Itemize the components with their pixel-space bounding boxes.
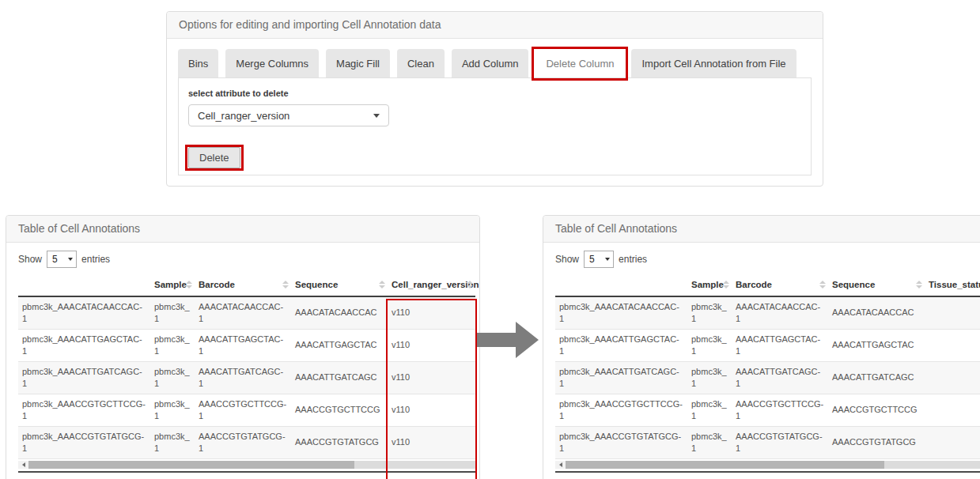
show-label: Show [18,254,42,265]
table-cell: AAACCGTGTATGCG-1 [732,426,828,458]
attribute-select[interactable]: Cell_ranger_version [188,104,389,126]
table-cell: pbmc3k_AAACCGTGTATGCG-1 [18,426,150,458]
table-cell: pbmc3k_1 [150,394,195,426]
table-cell: AAACCGTGTATGCG [828,426,925,458]
table-cell: pbmc3k_1 [687,394,732,426]
table-cell: pbmc3k_1 [687,361,732,394]
table-cell: AAACATACAACCAC [291,296,388,329]
sort-icon [819,281,826,289]
table-rows: pbmc3k_AAACATACAACCAC-1pbmc3k_1AAACATACA… [555,296,980,458]
header-sequence[interactable]: Sequence [291,273,388,296]
scrollbar-thumb[interactable] [566,461,884,469]
sort-icon [379,281,385,289]
table-cell [925,394,980,426]
table-cell: AAACCGTGCTTCCG-1 [732,394,828,426]
entries-label: entries [619,254,647,265]
table-cell: pbmc3k_1 [150,296,195,329]
header-label: Sequence [832,280,875,289]
table-rows: pbmc3k_AAACATACAACCAC-1pbmc3k_1AAACATACA… [18,296,475,458]
table-cell: pbmc3k_1 [687,296,732,329]
tab-delete-column[interactable]: Delete Column [535,49,624,77]
table-cell: AAACCGTGTATGCG-1 [195,426,291,458]
table-cell: AAACCGTGTATGCG [291,426,388,458]
cell-annotations-panel-after: Table of Cell Annotations Show 5 entries… [543,215,980,479]
table-row: pbmc3k_AAACATACAACCAC-1pbmc3k_1AAACATACA… [18,296,475,329]
table-header: Sample Barcode Sequence Cell_ranger_vers… [18,273,475,296]
scroll-left-button[interactable] [18,461,28,469]
header-sample[interactable]: Sample [687,273,732,296]
tab-merge-columns[interactable]: Merge Columns [225,49,319,77]
tab-bins[interactable]: Bins [178,49,218,77]
table-cell: pbmc3k_AAACCGTGCTTCCG-1 [555,394,687,426]
delete-column-tab-panel: select attribute to delete Cell_ranger_v… [178,77,812,175]
table-cell: pbmc3k_AAACATTGAGCTAC-1 [555,329,687,361]
table-cell: pbmc3k_AAACATACAACCAC-1 [18,296,150,329]
scroll-left-button[interactable] [555,461,566,469]
cell-annotations-table: Sample Barcode Sequence Tissue_status pb… [555,273,980,459]
horizontal-scrollbar[interactable] [555,461,980,469]
table-panel-body: Show 5 entries Sample Barcode Sequenc [6,243,479,473]
table-cell: pbmc3k_AAACATTGAGCTAC-1 [18,329,150,361]
transform-arrow-icon [475,319,541,360]
table-row: pbmc3k_AAACCGTGCTTCCG-1pbmc3k_1AAACCGTGC… [18,394,475,426]
tab-magic-fill[interactable]: Magic Fill [326,49,390,77]
scroll-left-icon [559,462,562,467]
cell-annotations-table: Sample Barcode Sequence Cell_ranger_vers… [18,273,475,459]
table-cell: pbmc3k_AAACATACAACCAC-1 [555,296,687,329]
header-label: Sample [154,280,187,289]
tab-bar: Bins Merge Columns Magic Fill Clean Add … [178,49,812,77]
options-panel: Options for editing and importing Cell A… [166,11,823,187]
tab-import-cell-annotation[interactable]: Import Cell Annotation from File [631,49,796,77]
table-cell: AAACATTGATCAGC [828,361,925,394]
table-cell [925,426,980,458]
table-cell: AAACCGTGCTTCCG-1 [195,394,291,426]
header-barcode[interactable]: Barcode [732,273,828,296]
table-header-row: Sample Barcode Sequence Tissue_status [555,273,980,296]
options-panel-body: Bins Merge Columns Magic Fill Clean Add … [167,39,823,175]
tab-add-column[interactable]: Add Column [452,49,529,77]
header-sample[interactable]: Sample [150,273,195,296]
table-row: pbmc3k_AAACATTGATCAGC-1pbmc3k_1AAACATTGA… [18,361,475,394]
table-cell: pbmc3k_1 [150,361,195,394]
table-cell: v110 [388,361,475,394]
table-panel-body: Show 5 entries Sample Barcode Sequenc [543,243,980,473]
table-cell: v110 [388,296,475,329]
sort-icon [916,281,922,289]
table-cell: pbmc3k_AAACCGTGTATGCG-1 [555,426,687,458]
header-barcode[interactable]: Barcode [195,273,291,296]
table-panel-title: Table of Cell Annotations [543,216,980,243]
tab-clean[interactable]: Clean [397,49,445,77]
horizontal-scrollbar[interactable] [18,461,475,469]
table-cell: pbmc3k_AAACATTGATCAGC-1 [18,361,150,394]
header-rownames[interactable] [18,273,150,296]
tab-label: Clean [407,58,434,70]
header-label: Cell_ranger_version [392,280,479,289]
table-row: pbmc3k_AAACATTGAGCTAC-1pbmc3k_1AAACATTGA… [18,329,475,361]
table-row: pbmc3k_AAACCGTGTATGCG-1pbmc3k_1AAACCGTGT… [18,426,475,458]
entries-label: entries [81,254,110,265]
table-cell [925,329,980,361]
header-sequence[interactable]: Sequence [828,273,925,296]
table-cell: AAACATTGAGCTAC-1 [195,329,291,361]
page-length-select[interactable]: 5 [584,251,614,268]
table-header-row: Sample Barcode Sequence Cell_ranger_vers… [18,273,475,296]
page-length-value: 5 [589,254,595,265]
table-panel-title: Table of Cell Annotations [6,216,479,243]
header-label: Tissue_status [929,280,980,289]
page-length-control: Show 5 entries [18,251,467,268]
table-cell: AAACATACAACCAC [828,296,925,329]
table-row: pbmc3k_AAACATTGAGCTAC-1pbmc3k_1AAACATTGA… [555,329,980,361]
table-bottom-border [18,471,475,473]
header-cell-ranger-version[interactable]: Cell_ranger_version [388,273,475,296]
sort-icon [723,281,729,289]
header-rownames[interactable] [555,273,687,296]
page-length-select[interactable]: 5 [47,251,77,268]
tab-label: Add Column [462,58,519,70]
delete-button[interactable]: Delete [188,147,240,168]
scrollbar-thumb[interactable] [28,461,354,469]
header-tissue-status[interactable]: Tissue_status [925,273,980,296]
scroll-left-icon [22,462,25,467]
table-cell: pbmc3k_AAACCGTGCTTCCG-1 [18,394,150,426]
sort-icon [186,281,192,289]
select-attribute-label: select attribute to delete [188,89,801,98]
